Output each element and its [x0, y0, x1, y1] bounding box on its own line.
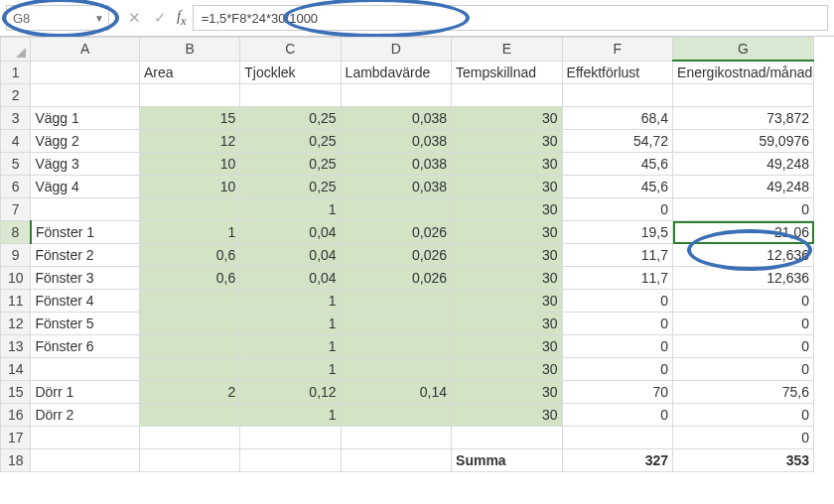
- column-header-B[interactable]: B: [139, 38, 239, 62]
- cell-B6[interactable]: 10: [139, 176, 239, 198]
- cell-C18[interactable]: [240, 449, 341, 472]
- cancel-icon[interactable]: ✕: [125, 9, 145, 27]
- cell-A7[interactable]: [31, 198, 139, 221]
- row-header[interactable]: 10: [1, 267, 31, 290]
- cell-E15[interactable]: 30: [452, 381, 562, 404]
- cell-F10[interactable]: 11,7: [562, 267, 672, 290]
- cell-F12[interactable]: 0: [562, 313, 672, 335]
- cell-C8[interactable]: 0,04: [240, 221, 341, 244]
- row-header[interactable]: 15: [1, 381, 31, 404]
- cell-A3[interactable]: Vägg 1: [31, 107, 139, 130]
- cell-B14[interactable]: [139, 358, 239, 381]
- row-header[interactable]: 3: [1, 107, 31, 130]
- cell-G1[interactable]: Energikostnad/månad: [673, 61, 814, 84]
- cell-C3[interactable]: 0,25: [240, 107, 341, 130]
- name-box[interactable]: G8 ▼: [6, 5, 109, 31]
- cell-C14[interactable]: 1: [240, 358, 341, 381]
- cell-A2[interactable]: [31, 84, 139, 107]
- cell-A14[interactable]: [31, 358, 139, 381]
- row-header[interactable]: 5: [1, 153, 31, 176]
- cell-G7[interactable]: 0: [673, 198, 814, 221]
- cell-A8[interactable]: Fönster 1: [31, 221, 139, 244]
- spreadsheet-grid[interactable]: ABCDEFG 1AreaTjocklekLambdavärdeTempskil…: [0, 37, 814, 472]
- cell-C11[interactable]: 1: [240, 290, 341, 313]
- column-header-E[interactable]: E: [452, 38, 562, 62]
- cell-A10[interactable]: Fönster 3: [31, 267, 139, 290]
- cell-F1[interactable]: Effektförlust: [562, 61, 672, 84]
- cell-G16[interactable]: 0: [673, 404, 814, 427]
- cell-D2[interactable]: [341, 84, 451, 107]
- cell-F5[interactable]: 45,6: [562, 153, 672, 176]
- column-header-D[interactable]: D: [341, 38, 451, 62]
- row-header[interactable]: 2: [1, 84, 31, 107]
- row-header[interactable]: 8: [1, 221, 31, 244]
- row-header[interactable]: 11: [1, 290, 31, 313]
- cell-A6[interactable]: Vägg 4: [31, 176, 139, 198]
- cell-G2[interactable]: [673, 84, 814, 107]
- column-header-G[interactable]: G: [673, 38, 814, 62]
- cell-C5[interactable]: 0,25: [240, 153, 341, 176]
- cell-B9[interactable]: 0,6: [139, 244, 239, 267]
- cell-F15[interactable]: 70: [562, 381, 672, 404]
- cell-B18[interactable]: [139, 449, 239, 472]
- cell-D6[interactable]: 0,038: [341, 176, 451, 198]
- cell-E16[interactable]: 30: [452, 404, 562, 427]
- cell-G9[interactable]: 12,636: [673, 244, 814, 267]
- cell-C17[interactable]: [240, 427, 341, 449]
- cell-C16[interactable]: 1: [240, 404, 341, 427]
- cell-D18[interactable]: [341, 449, 451, 472]
- cell-F6[interactable]: 45,6: [562, 176, 672, 198]
- cell-F3[interactable]: 68,4: [562, 107, 672, 130]
- cell-D12[interactable]: [341, 313, 451, 335]
- cell-E11[interactable]: 30: [452, 290, 562, 313]
- cell-B2[interactable]: [139, 84, 239, 107]
- cell-B13[interactable]: [139, 335, 239, 358]
- cell-A17[interactable]: [31, 427, 139, 449]
- cell-E4[interactable]: 30: [452, 130, 562, 153]
- cell-C6[interactable]: 0,25: [240, 176, 341, 198]
- cell-E17[interactable]: [452, 427, 562, 449]
- cell-G14[interactable]: 0: [673, 358, 814, 381]
- cell-G13[interactable]: 0: [673, 335, 814, 358]
- cell-F8[interactable]: 19,5: [562, 221, 672, 244]
- cell-G5[interactable]: 49,248: [673, 153, 814, 176]
- cell-G6[interactable]: 49,248: [673, 176, 814, 198]
- cell-D8[interactable]: 0,026: [341, 221, 451, 244]
- cell-A11[interactable]: Fönster 4: [31, 290, 139, 313]
- cell-D1[interactable]: Lambdavärde: [341, 61, 451, 84]
- formula-input[interactable]: =1,5*F8*24*30/1000: [193, 5, 828, 31]
- cell-D5[interactable]: 0,038: [341, 153, 451, 176]
- cell-A9[interactable]: Fönster 2: [31, 244, 139, 267]
- cell-C15[interactable]: 0,12: [240, 381, 341, 404]
- cell-C10[interactable]: 0,04: [240, 267, 341, 290]
- cell-F17[interactable]: [562, 427, 672, 449]
- cell-B11[interactable]: [139, 290, 239, 313]
- cell-D4[interactable]: 0,038: [341, 130, 451, 153]
- row-header[interactable]: 12: [1, 313, 31, 335]
- cell-G17[interactable]: 0: [673, 427, 814, 449]
- cell-D7[interactable]: [341, 198, 451, 221]
- cell-A13[interactable]: Fönster 6: [31, 335, 139, 358]
- cell-A1[interactable]: [31, 61, 139, 84]
- cell-G18[interactable]: 353: [673, 449, 814, 472]
- cell-F7[interactable]: 0: [562, 198, 672, 221]
- cell-E3[interactable]: 30: [452, 107, 562, 130]
- column-header-C[interactable]: C: [240, 38, 341, 62]
- cell-C9[interactable]: 0,04: [240, 244, 341, 267]
- cell-F11[interactable]: 0: [562, 290, 672, 313]
- cell-D14[interactable]: [341, 358, 451, 381]
- cell-B4[interactable]: 12: [139, 130, 239, 153]
- cell-E7[interactable]: 30: [452, 198, 562, 221]
- cell-F2[interactable]: [562, 84, 672, 107]
- cell-B17[interactable]: [139, 427, 239, 449]
- row-header[interactable]: 16: [1, 404, 31, 427]
- cell-B16[interactable]: [139, 404, 239, 427]
- cell-D15[interactable]: 0,14: [341, 381, 451, 404]
- cell-E13[interactable]: 30: [452, 335, 562, 358]
- cell-F18[interactable]: 327: [562, 449, 672, 472]
- cell-F16[interactable]: 0: [562, 404, 672, 427]
- cell-D16[interactable]: [341, 404, 451, 427]
- chevron-down-icon[interactable]: ▼: [94, 13, 104, 24]
- cell-D13[interactable]: [341, 335, 451, 358]
- column-header-A[interactable]: A: [31, 38, 139, 62]
